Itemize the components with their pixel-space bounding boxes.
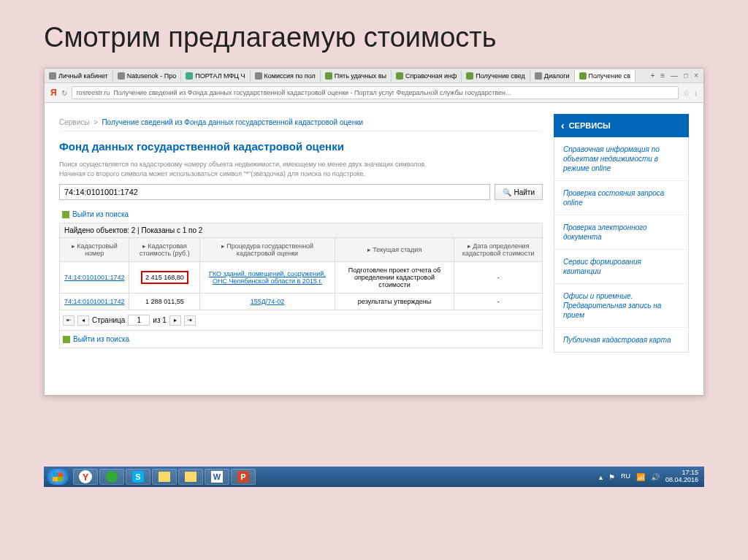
- app-icon: [106, 471, 118, 483]
- tab-3[interactable]: Комиссия по пол: [251, 70, 321, 82]
- reload-icon[interactable]: ↻: [61, 89, 67, 97]
- stage-cell: Подготовлен проект отчета об определении…: [335, 262, 454, 294]
- procedure-link[interactable]: ГКО зданий, помещений, сооружений, ОНС Ч…: [209, 270, 326, 285]
- date-cell: -: [454, 294, 543, 310]
- taskbar-yandex[interactable]: Y: [73, 469, 98, 485]
- sidebar-link[interactable]: Справочная информация по объектам недвиж…: [554, 137, 688, 181]
- pager-prev[interactable]: ◂: [77, 315, 89, 326]
- breadcrumb: Сервисы > Получение сведений из Фонда да…: [59, 114, 543, 131]
- highlighted-cost: 2 415 168,80: [141, 271, 188, 284]
- pager-input[interactable]: [128, 315, 150, 326]
- table-row: 74:14:0101001:17422 415 168,80ГКО зданий…: [60, 262, 543, 294]
- table-row: 74:14:0101001:17421 288 011,55155Д/74-02…: [60, 294, 543, 310]
- sidebar-link[interactable]: Публичная кадастровая карта: [554, 328, 688, 352]
- maximize-button[interactable]: □: [682, 72, 690, 80]
- tab-bar: Личный кабинет Natusenok - Про ПОРТАЛ МФ…: [45, 69, 703, 83]
- exit-icon: [62, 211, 69, 218]
- tab-controls: + ≡ — □ ×: [645, 72, 703, 80]
- page-title: Фонд данных государственной кадастровой …: [59, 140, 543, 153]
- tab-icon: [255, 72, 262, 80]
- exit-icon: [63, 336, 70, 343]
- start-button[interactable]: [47, 469, 69, 485]
- tab-icon: [325, 72, 332, 80]
- taskbar: Y S W P ▴ ⚑ RU 📶 🔊 17:15 08.04.2016: [44, 467, 704, 487]
- col-stage[interactable]: ▸ Текущая стадия: [335, 238, 454, 262]
- taskbar-skype[interactable]: S: [126, 469, 150, 485]
- tab-icon: [579, 72, 587, 80]
- tray-network-icon[interactable]: 📶: [636, 473, 645, 481]
- browser-window: Личный кабинет Natusenok - Про ПОРТАЛ МФ…: [44, 68, 704, 396]
- tab-icon: [396, 72, 403, 80]
- cadastral-link[interactable]: 74:14:0101001:1742: [64, 274, 125, 281]
- tab-5[interactable]: Справочная инф: [392, 70, 462, 82]
- folder-icon: [185, 472, 196, 482]
- menu-button[interactable]: ≡: [658, 72, 667, 80]
- col-cadastral-num[interactable]: ▸ Кадастровый номер: [60, 238, 129, 262]
- sidebar-header[interactable]: СЕРВИСЫ: [554, 114, 689, 137]
- found-count: Найдено объектов: 2 | Показаны с 1 по 2: [59, 223, 543, 238]
- tab-0[interactable]: Личный кабинет: [45, 70, 113, 82]
- search-row: 🔍Найти: [59, 184, 543, 200]
- stage-cell: результаты утверждены: [335, 294, 454, 310]
- tab-1[interactable]: Natusenok - Про: [113, 70, 182, 82]
- exit-search-link-bottom[interactable]: Выйти из поиска: [59, 331, 543, 348]
- main-column: Сервисы > Получение сведений из Фонда да…: [59, 114, 543, 388]
- taskbar-app1[interactable]: [99, 469, 124, 485]
- tray-clock[interactable]: 17:15 08.04.2016: [665, 469, 698, 484]
- tab-7[interactable]: Диалоги: [530, 70, 575, 82]
- cost-cell: 2 415 168,80: [129, 262, 200, 294]
- close-button[interactable]: ×: [692, 72, 701, 80]
- cadastral-link[interactable]: 74:14:0101001:1742: [64, 298, 125, 305]
- new-tab-button[interactable]: +: [648, 72, 657, 80]
- skype-icon: S: [132, 471, 144, 483]
- tab-8[interactable]: Получение св: [575, 70, 636, 82]
- date-cell: -: [454, 262, 543, 294]
- pager: ⇤ ◂ Страница из 1 ▸ ⇥: [59, 310, 543, 331]
- address-input[interactable]: rosreestr.ru Получение сведений из Фонда…: [72, 86, 679, 99]
- taskbar-powerpoint[interactable]: P: [231, 469, 256, 485]
- tab-icon: [535, 72, 542, 80]
- search-button[interactable]: 🔍Найти: [495, 184, 543, 200]
- bookmark-icon[interactable]: ☆: [683, 89, 690, 97]
- procedure-link[interactable]: 155Д/74-02: [251, 298, 285, 305]
- tab-6[interactable]: Получение свед: [462, 70, 530, 82]
- taskbar-explorer[interactable]: [152, 469, 177, 485]
- breadcrumb-link[interactable]: Получение сведений из Фонда данных госуд…: [102, 118, 363, 126]
- tray-flag-icon[interactable]: ⚑: [608, 473, 615, 481]
- sidebar: СЕРВИСЫ Справочная информация по объекта…: [554, 114, 689, 388]
- exit-search-link[interactable]: Выйти из поиска: [59, 206, 543, 223]
- col-date[interactable]: ▸ Дата определения кадастровой стоимости: [454, 238, 543, 262]
- pager-next[interactable]: ▸: [169, 315, 181, 326]
- url-bar: Я ↻ rosreestr.ru Получение сведений из Ф…: [45, 83, 703, 103]
- tray-lang[interactable]: RU: [621, 473, 630, 480]
- results-table: ▸ Кадастровый номер ▸ Кадастровая стоимо…: [59, 237, 543, 310]
- tab-icon: [466, 72, 473, 80]
- slide-title: Смотрим предлагаемую стоимость: [44, 22, 704, 53]
- sidebar-link[interactable]: Проверка состояния запроса online: [554, 181, 688, 215]
- taskbar-word[interactable]: W: [205, 469, 229, 485]
- yandex-logo[interactable]: Я: [50, 88, 57, 98]
- tab-icon: [118, 72, 125, 80]
- search-icon: 🔍: [503, 188, 511, 196]
- system-tray[interactable]: ▴ ⚑ RU 📶 🔊 17:15 08.04.2016: [599, 469, 701, 484]
- powerpoint-icon: P: [237, 471, 249, 483]
- search-input[interactable]: [59, 184, 490, 200]
- word-icon: W: [211, 471, 223, 483]
- tab-4[interactable]: Пять удачных вы: [321, 70, 392, 82]
- pager-first[interactable]: ⇤: [63, 315, 75, 326]
- pager-last[interactable]: ⇥: [184, 315, 196, 326]
- tab-2[interactable]: ПОРТАЛ МФЦ Ч: [181, 70, 250, 82]
- taskbar-explorer2[interactable]: [178, 469, 203, 485]
- folder-icon: [159, 472, 170, 482]
- tab-icon: [49, 72, 56, 80]
- tray-up-icon[interactable]: ▴: [599, 473, 603, 481]
- tray-sound-icon[interactable]: 🔊: [651, 473, 660, 481]
- minimize-button[interactable]: —: [668, 72, 680, 80]
- sidebar-link[interactable]: Офисы и приемные. Предварительная запись…: [554, 284, 688, 328]
- download-icon[interactable]: ↓: [694, 89, 698, 97]
- sidebar-link[interactable]: Сервис формирования квитанции: [554, 250, 688, 284]
- yandex-icon: Y: [79, 470, 92, 483]
- col-cost[interactable]: ▸ Кадастровая стоимость (руб.): [129, 238, 200, 262]
- sidebar-link[interactable]: Проверка электронного документа: [554, 215, 688, 250]
- col-procedure[interactable]: ▸ Процедура государственной кадастровой …: [200, 238, 335, 262]
